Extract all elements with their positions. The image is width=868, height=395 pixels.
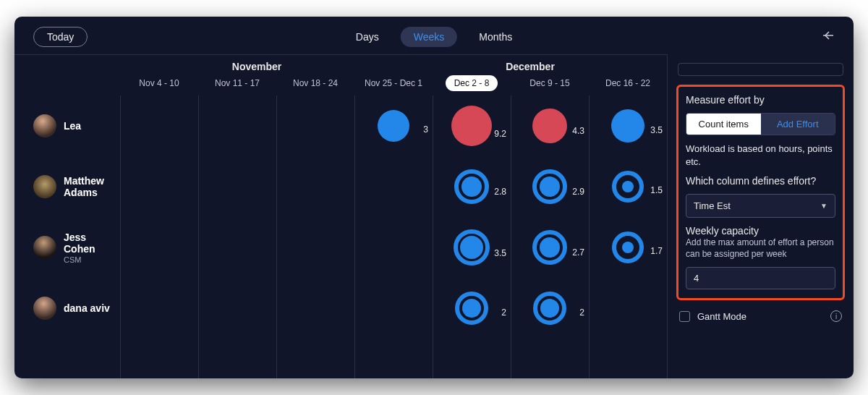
workload-window: Today Days Weeks Months November Decembe… xyxy=(14,17,854,378)
workload-value: 2 xyxy=(579,307,584,318)
effort-column-select[interactable]: Time Est ▼ xyxy=(686,194,835,218)
gantt-mode-checkbox[interactable] xyxy=(679,311,690,322)
workload-value: 2.8 xyxy=(494,187,506,197)
workload-ring xyxy=(455,292,488,325)
week-col-selected[interactable]: Dec 2 - 8 xyxy=(433,74,511,95)
effort-description: Workload is based on hours, points etc. xyxy=(686,143,835,168)
week-col[interactable]: Nov 4 - 10 xyxy=(120,74,198,95)
person-name: Lea xyxy=(64,120,81,132)
workload-cell[interactable]: 2.9 xyxy=(511,169,589,204)
avatar xyxy=(33,236,56,259)
person-row: dana aviv22 xyxy=(14,278,667,339)
workload-cell[interactable]: 9.2 xyxy=(433,106,511,146)
topbar: Today Days Weeks Months xyxy=(14,17,854,54)
person-cell[interactable]: Jess CohenCSM xyxy=(14,232,120,264)
workload-cell[interactable]: 4.3 xyxy=(511,109,589,143)
person-row: Matthew Adams2.82.91.5 xyxy=(14,156,667,217)
chevron-down-icon: ▼ xyxy=(820,202,827,210)
workload-value: 2.9 xyxy=(572,187,584,197)
view-days[interactable]: Days xyxy=(343,27,392,47)
workload-value: 3.5 xyxy=(650,125,663,135)
workload-ring xyxy=(532,230,567,265)
gantt-mode-label: Gantt Mode xyxy=(697,311,746,322)
avatar xyxy=(33,175,56,198)
person-cell[interactable]: Matthew Adams xyxy=(14,175,120,198)
effort-column-label: Which column defines effort? xyxy=(686,175,835,187)
workload-cell[interactable]: 2 xyxy=(433,292,511,325)
workload-ring xyxy=(454,229,490,266)
settings-panel: Measure effort by Count items Add Effort… xyxy=(667,54,854,378)
workload-value: 2.7 xyxy=(572,247,584,258)
workload-cell[interactable]: 3.5 xyxy=(589,109,667,143)
week-col[interactable]: Nov 25 - Dec 1 xyxy=(354,74,433,95)
workload-bubble xyxy=(451,106,492,146)
workload-ring xyxy=(612,171,644,203)
effort-settings: Measure effort by Count items Add Effort… xyxy=(676,85,845,300)
person-name: Matthew Adams xyxy=(64,175,120,198)
workload-cell[interactable]: 1.5 xyxy=(589,171,667,203)
measure-segmented: Count items Add Effort xyxy=(686,113,835,135)
weekly-capacity-input[interactable]: 4 xyxy=(686,267,835,289)
effort-column-value: Time Est xyxy=(694,200,731,211)
workload-value: 3 xyxy=(423,124,428,135)
avatar xyxy=(33,297,56,320)
workload-cell[interactable]: 2.8 xyxy=(433,169,511,204)
person-cell[interactable]: Lea xyxy=(14,114,120,137)
workload-cell[interactable]: 1.7 xyxy=(589,232,667,263)
weekly-capacity-label: Weekly capacity xyxy=(686,225,835,237)
workload-cell[interactable]: 3 xyxy=(354,110,433,142)
avatar xyxy=(33,114,56,137)
collapse-panel-icon[interactable] xyxy=(820,30,835,44)
week-col[interactable]: Dec 9 - 15 xyxy=(511,74,589,95)
person-name: Jess Cohen xyxy=(64,232,120,255)
person-subtitle: CSM xyxy=(64,255,120,264)
workload-ring xyxy=(454,169,489,204)
workload-ring xyxy=(533,292,566,325)
measure-effort-label: Measure effort by xyxy=(686,94,835,106)
add-effort-option[interactable]: Add Effort xyxy=(761,114,835,135)
workload-ring xyxy=(532,169,567,204)
workload-value: 1.5 xyxy=(650,185,663,195)
person-cell[interactable]: dana aviv xyxy=(14,297,120,320)
today-button[interactable]: Today xyxy=(33,27,88,47)
week-col[interactable]: Nov 11 - 17 xyxy=(198,74,276,95)
workload-cell[interactable]: 2 xyxy=(511,292,589,325)
workload-value: 9.2 xyxy=(494,129,506,139)
workload-value: 4.3 xyxy=(572,126,584,136)
person-name: dana aviv xyxy=(64,302,110,314)
month-label: December xyxy=(393,55,667,74)
person-row: Lea39.24.33.5 xyxy=(14,95,667,156)
workload-cell[interactable]: 3.5 xyxy=(433,229,511,266)
workload-ring xyxy=(612,232,644,263)
workload-value: 1.7 xyxy=(650,246,663,256)
workload-cell[interactable]: 2.7 xyxy=(511,230,589,265)
gantt-mode-row: Gantt Mode i xyxy=(676,307,845,322)
view-months[interactable]: Months xyxy=(466,27,525,47)
workload-value: 2 xyxy=(501,307,506,318)
week-col[interactable]: Nov 18 - 24 xyxy=(276,74,354,95)
month-label: November xyxy=(120,55,393,74)
workload-bubble xyxy=(532,109,567,143)
workload-bubble xyxy=(378,110,409,142)
body-rows: Lea39.24.33.5Matthew Adams2.82.91.5Jess … xyxy=(14,95,667,378)
view-weeks[interactable]: Weeks xyxy=(401,27,458,47)
week-col[interactable]: Dec 16 - 22 xyxy=(589,74,667,95)
timeline-grid: November December Nov 4 - 10 Nov 11 - 17… xyxy=(14,54,667,378)
info-icon[interactable]: i xyxy=(830,310,842,322)
weekly-capacity-desc: Add the max amount of effort a person ca… xyxy=(686,237,835,260)
workload-bubble xyxy=(611,109,644,143)
workload-value: 3.5 xyxy=(494,248,506,258)
count-items-option[interactable]: Count items xyxy=(686,114,761,135)
view-switch: Days Weeks Months xyxy=(343,27,525,47)
panel-prev-section xyxy=(678,63,843,76)
month-header-row: November December xyxy=(14,54,667,74)
person-row: Jess CohenCSM3.52.71.7 xyxy=(14,217,667,278)
grid-area: November December Nov 4 - 10 Nov 11 - 17… xyxy=(14,54,854,378)
week-header-row: Nov 4 - 10 Nov 11 - 17 Nov 18 - 24 Nov 2… xyxy=(14,74,667,95)
